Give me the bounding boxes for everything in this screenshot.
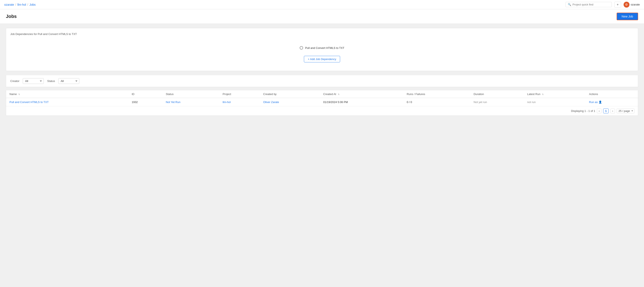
dep-node-label: Pull and Convert HTMLS to TXT: [305, 46, 344, 50]
cell-id: 1932: [128, 98, 162, 106]
sort-icon-name: ⇅: [18, 93, 20, 95]
dependencies-card: Job Dependencies for Pull and Convert HT…: [6, 28, 638, 71]
jobs-table-container: Name ⇅ ID Status Project Created by: [6, 90, 638, 116]
col-latest-run[interactable]: Latest Run ⇅: [524, 90, 586, 98]
current-page-indicator[interactable]: 1: [603, 109, 608, 113]
cell-runs-failures: 0 / 0: [404, 98, 470, 106]
cell-latest-run: not run: [524, 98, 586, 106]
col-duration: Duration: [470, 90, 524, 98]
cell-actions: Run as 👤: [586, 98, 638, 106]
cell-created-at: 01/19/2024 5:06 PM: [320, 98, 404, 106]
created-by-link[interactable]: Oliver Zarate: [263, 101, 279, 104]
page-title: Jobs: [6, 14, 17, 19]
add-button[interactable]: +: [614, 2, 621, 8]
col-actions: Actions: [586, 90, 638, 98]
col-id: ID: [128, 90, 162, 98]
breadcrumb: ozarate / llm-hol / Jobs: [4, 3, 36, 6]
dep-node: Pull and Convert HTMLS to TXT: [300, 46, 344, 50]
cell-project: llm-hol: [219, 98, 260, 106]
breadcrumb-sep-2: /: [27, 3, 28, 6]
prev-page-button[interactable]: ‹: [597, 109, 602, 113]
dep-visual: Pull and Convert HTMLS to TXT + Add Job …: [10, 42, 634, 67]
status-filter-label: Status: [47, 79, 55, 83]
status-badge: Not Yet Run: [166, 101, 180, 104]
filters-bar: Creator All Status All: [6, 75, 638, 87]
page-header: Jobs New Job: [0, 9, 644, 24]
user-avatar: O: [624, 2, 630, 8]
breadcrumb-jobs[interactable]: Jobs: [30, 3, 36, 6]
next-page-button[interactable]: ›: [610, 109, 615, 113]
cell-duration: Not yet run: [470, 98, 524, 106]
col-project: Project: [219, 90, 260, 98]
creator-filter-select[interactable]: All: [23, 78, 44, 84]
cell-name: Pull and Convert HTMLS to TXT: [6, 98, 128, 106]
run-as-icon: 👤: [598, 101, 602, 104]
user-menu[interactable]: O ozarate: [624, 2, 640, 8]
sort-icon-created-at: ⇅: [338, 93, 340, 95]
project-link[interactable]: llm-hol: [223, 101, 231, 104]
project-search-input[interactable]: [572, 3, 610, 6]
col-name[interactable]: Name ⇅: [6, 90, 128, 98]
run-as-button[interactable]: Run as 👤: [589, 101, 602, 104]
table-header-row: Name ⇅ ID Status Project Created by: [6, 90, 638, 98]
user-name-label: ozarate: [631, 3, 640, 6]
cell-status: Not Yet Run: [162, 98, 219, 106]
project-search-box: 🔍: [566, 2, 612, 7]
status-filter-select[interactable]: All: [58, 78, 79, 84]
job-name-link[interactable]: Pull and Convert HTMLS to TXT: [10, 101, 48, 104]
dep-section-title: Job Dependencies for Pull and Convert HT…: [10, 33, 634, 36]
jobs-table: Name ⇅ ID Status Project Created by: [6, 90, 638, 106]
per-page-select[interactable]: 25 / page: [617, 109, 634, 113]
topnav-right: 🔍 + O ozarate: [566, 2, 640, 8]
main-content: Job Dependencies for Pull and Convert HT…: [0, 24, 644, 120]
pagination-bar: Displaying 1 - 1 of 1 ‹ 1 › 25 / page: [6, 106, 638, 115]
dep-node-circle: [300, 46, 303, 50]
breadcrumb-llm-hol[interactable]: llm-hol: [18, 3, 26, 6]
col-runs-failures: Runs / Failures: [404, 90, 470, 98]
creator-filter-label: Creator: [10, 79, 19, 83]
breadcrumb-sep-1: /: [15, 3, 16, 6]
breadcrumb-ozarate[interactable]: ozarate: [4, 3, 14, 6]
col-status: Status: [162, 90, 219, 98]
col-created-by: Created by: [260, 90, 320, 98]
new-job-button[interactable]: New Job: [617, 13, 638, 20]
top-nav: ozarate / llm-hol / Jobs 🔍 + O ozarate: [0, 0, 644, 9]
cell-created-by: Oliver Zarate: [260, 98, 320, 106]
search-icon: 🔍: [568, 3, 571, 6]
add-dependency-button[interactable]: + Add Job Dependency: [304, 56, 340, 62]
table-row: Pull and Convert HTMLS to TXT 1932 Not Y…: [6, 98, 638, 106]
sort-icon-latest-run: ⇅: [542, 93, 544, 95]
col-created-at[interactable]: Created At ⇅: [320, 90, 404, 98]
pagination-display-text: Displaying 1 - 1 of 1: [571, 109, 595, 113]
